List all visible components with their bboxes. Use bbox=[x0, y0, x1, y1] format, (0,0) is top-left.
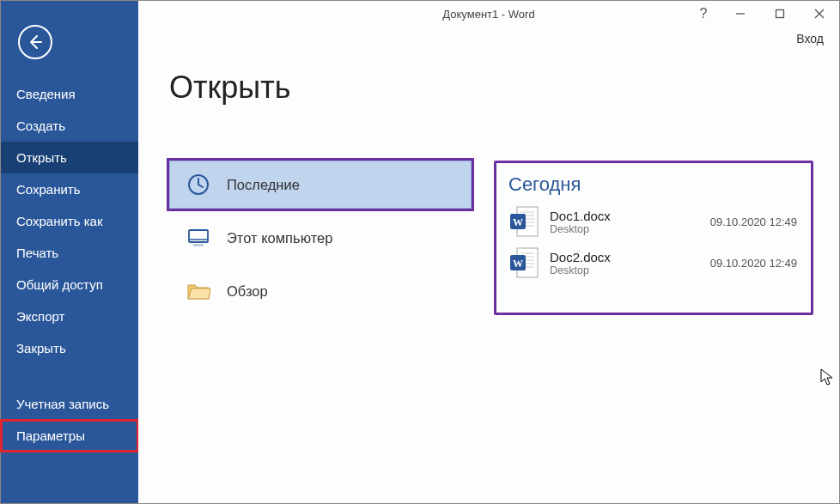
place-label: Последние bbox=[227, 177, 300, 193]
place-label: Этот компьютер bbox=[227, 230, 332, 246]
backstage-sidebar: Сведения Создать Открыть Сохранить Сохра… bbox=[1, 1, 138, 503]
nav-print[interactable]: Печать bbox=[1, 237, 138, 269]
place-this-pc[interactable]: Этот компьютер bbox=[169, 214, 472, 262]
minimize-button[interactable] bbox=[721, 1, 760, 27]
nav-open[interactable]: Открыть bbox=[1, 142, 138, 173]
nav-label: Сведения bbox=[16, 87, 76, 101]
svg-text:W: W bbox=[513, 216, 523, 228]
computer-icon bbox=[186, 225, 211, 251]
file-meta: Doc2.docx Desktop bbox=[550, 250, 700, 276]
nav-options[interactable]: Параметры bbox=[1, 420, 138, 452]
place-browse[interactable]: Обзор bbox=[169, 267, 472, 315]
maximize-icon bbox=[775, 9, 785, 19]
nav-info[interactable]: Сведения bbox=[1, 78, 138, 110]
recent-file-row[interactable]: W Doc1.docx Desktop 09.10.2020 12:49 bbox=[508, 201, 799, 242]
nav-list: Сведения Создать Открыть Сохранить Сохра… bbox=[1, 78, 138, 452]
file-name: Doc2.docx bbox=[550, 250, 700, 264]
file-date: 09.10.2020 12:49 bbox=[710, 257, 797, 270]
nav-label: Экспорт bbox=[16, 309, 64, 324]
file-meta: Doc1.docx Desktop bbox=[550, 209, 700, 235]
file-date: 09.10.2020 12:49 bbox=[710, 216, 797, 228]
nav-label: Сохранить bbox=[16, 182, 81, 197]
svg-text:W: W bbox=[513, 258, 523, 270]
nav-label: Закрыть bbox=[16, 341, 66, 355]
file-location: Desktop bbox=[550, 223, 700, 235]
folder-icon bbox=[186, 278, 211, 304]
close-icon bbox=[814, 9, 825, 19]
nav-label: Сохранить как bbox=[16, 214, 103, 228]
svg-rect-3 bbox=[189, 230, 208, 242]
svg-rect-4 bbox=[193, 244, 204, 246]
nav-save-as[interactable]: Сохранить как bbox=[1, 205, 138, 237]
nav-label: Общий доступ bbox=[16, 277, 103, 292]
back-button[interactable] bbox=[18, 25, 52, 59]
window-controls: ? bbox=[686, 1, 839, 27]
word-doc-icon: W bbox=[510, 246, 539, 279]
nav-new[interactable]: Создать bbox=[1, 110, 138, 142]
page-heading: Открыть bbox=[169, 70, 839, 106]
recent-files-pane: Сегодня W Doc1.docx Desktop bbox=[494, 161, 813, 315]
group-title-today: Сегодня bbox=[508, 173, 799, 196]
nav-label: Учетная запись bbox=[16, 397, 109, 411]
clock-icon bbox=[186, 172, 211, 197]
nav-label: Создать bbox=[16, 118, 65, 133]
nav-export[interactable]: Экспорт bbox=[1, 301, 138, 332]
titlebar: Документ1 - Word ? bbox=[138, 1, 839, 27]
window-title: Документ1 - Word bbox=[442, 8, 534, 21]
arrow-left-icon bbox=[27, 33, 44, 51]
sign-in-link[interactable]: Вход bbox=[796, 32, 824, 46]
nav-save[interactable]: Сохранить bbox=[1, 173, 138, 205]
place-recent[interactable]: Последние bbox=[169, 161, 472, 209]
maximize-button[interactable] bbox=[760, 1, 800, 27]
nav-label: Печать bbox=[16, 246, 58, 260]
app-window: Сведения Создать Открыть Сохранить Сохра… bbox=[0, 0, 840, 504]
mouse-cursor-icon bbox=[820, 368, 834, 387]
minimize-icon bbox=[735, 9, 746, 19]
main-area: Документ1 - Word ? Вход Открыть bbox=[138, 1, 839, 503]
place-label: Обзор bbox=[227, 283, 268, 300]
open-content: Последние Этот компьютер Обзор Сего bbox=[138, 130, 839, 315]
nav-label: Параметры bbox=[16, 428, 85, 443]
sign-in-label: Вход bbox=[796, 32, 824, 46]
word-doc-icon: W bbox=[510, 205, 539, 238]
nav-share[interactable]: Общий доступ bbox=[1, 269, 138, 301]
file-name: Doc1.docx bbox=[550, 209, 700, 223]
nav-account[interactable]: Учетная запись bbox=[1, 388, 138, 420]
nav-label: Открыть bbox=[16, 150, 67, 165]
close-button[interactable] bbox=[800, 1, 839, 27]
help-button[interactable]: ? bbox=[686, 1, 721, 27]
svg-rect-1 bbox=[776, 10, 784, 18]
recent-file-row[interactable]: W Doc2.docx Desktop 09.10.2020 12:49 bbox=[508, 242, 799, 283]
nav-spacer bbox=[1, 364, 138, 388]
places-list: Последние Этот компьютер Обзор bbox=[169, 161, 472, 315]
nav-close[interactable]: Закрыть bbox=[1, 332, 138, 364]
file-location: Desktop bbox=[550, 264, 700, 276]
